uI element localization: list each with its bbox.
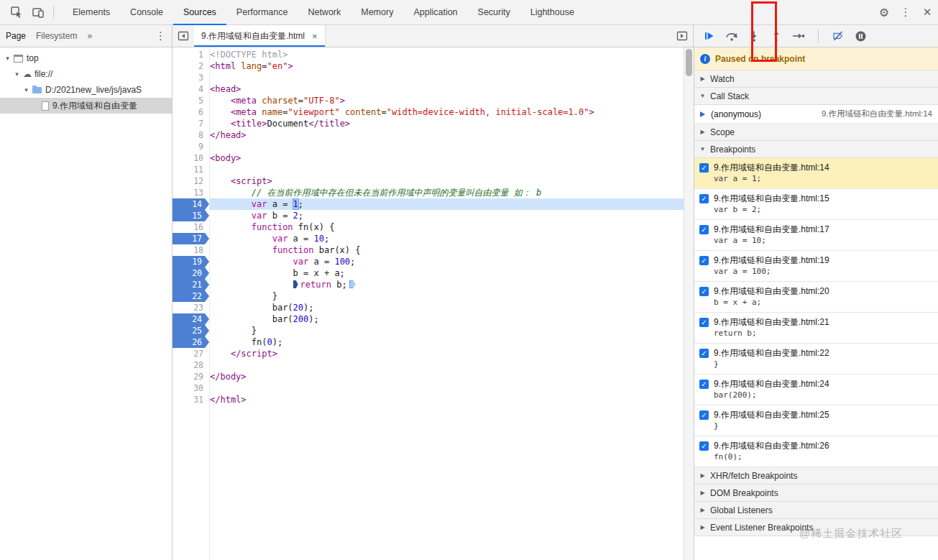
code-line-1[interactable]: <!DOCTYPE html> xyxy=(210,49,684,60)
expand-arrow-icon[interactable]: ▾ xyxy=(12,70,22,78)
line-number[interactable]: 11 xyxy=(173,164,209,175)
code-line-10[interactable]: <body> xyxy=(210,152,684,164)
breakpoint-gutter-marker[interactable]: 15 xyxy=(173,210,209,221)
code-line-28[interactable] xyxy=(210,359,684,371)
line-number[interactable]: 2 xyxy=(173,60,209,72)
breakpoint-gutter-marker[interactable]: 22 xyxy=(173,290,209,302)
breakpoint-checkbox[interactable]: ✓ xyxy=(699,318,709,327)
editor-scrollbar[interactable] xyxy=(684,47,694,560)
line-number[interactable]: 12 xyxy=(173,175,209,187)
code-line-9[interactable] xyxy=(210,141,684,152)
resume-button[interactable] xyxy=(702,29,717,43)
navigator-item[interactable]: ▾top xyxy=(0,50,172,66)
navigator-more-tabs-icon[interactable]: » xyxy=(87,31,92,41)
line-number[interactable]: 28 xyxy=(173,359,209,371)
breakpoint-entry[interactable]: ✓9.作用域链和自由变量.html:26fn(0); xyxy=(694,436,938,467)
breakpoint-entry[interactable]: ✓9.作用域链和自由变量.html:22} xyxy=(694,344,938,375)
close-devtools-icon[interactable]: ✕ xyxy=(916,2,938,22)
breakpoint-gutter-marker[interactable]: 17 xyxy=(173,233,209,244)
breakpoint-gutter-marker[interactable]: 14 xyxy=(173,198,209,210)
tab-security[interactable]: Security xyxy=(468,0,520,25)
line-number[interactable]: 29 xyxy=(173,371,209,382)
tab-performance[interactable]: Performance xyxy=(226,0,298,25)
code-line-4[interactable]: <head> xyxy=(210,83,684,95)
line-number[interactable]: 3 xyxy=(173,72,209,83)
pause-on-exceptions-button[interactable] xyxy=(853,29,868,43)
inline-breakpoint-candidate-icon[interactable] xyxy=(349,280,356,288)
code-line-18[interactable]: function bar(x) { xyxy=(210,244,684,256)
section-xhr-breakpoints[interactable]: ▶ XHR/fetch Breakpoints xyxy=(694,467,938,485)
section-watch[interactable]: ▶ Watch xyxy=(694,70,938,88)
code-line-11[interactable] xyxy=(210,164,684,175)
code-line-27[interactable]: </script> xyxy=(210,348,684,359)
breakpoint-entry[interactable]: ✓9.作用域链和自由变量.html:20b = x + a; xyxy=(694,282,938,313)
breakpoint-checkbox[interactable]: ✓ xyxy=(699,287,709,296)
breakpoint-checkbox[interactable]: ✓ xyxy=(699,441,709,451)
more-options-icon[interactable]: ⋮ xyxy=(895,2,916,22)
step-out-button[interactable] xyxy=(769,29,783,43)
breakpoint-gutter-marker[interactable]: 19 xyxy=(173,256,209,267)
editor-tab[interactable]: 9.作用域链和自由变量.html × xyxy=(194,25,326,47)
code-line-31[interactable]: </html> xyxy=(210,394,684,405)
line-number[interactable]: 1 xyxy=(173,49,209,60)
sidebar-toggle-icon[interactable] xyxy=(671,25,693,47)
breakpoint-entry[interactable]: ✓9.作用域链和自由变量.html:17var a = 10; xyxy=(694,220,938,251)
line-number[interactable]: 30 xyxy=(173,382,209,394)
code-line-21[interactable]: return b; xyxy=(210,279,684,290)
code-line-2[interactable]: <html lang="en"> xyxy=(210,60,684,72)
section-scope[interactable]: ▶ Scope xyxy=(694,124,938,141)
tab-console[interactable]: Console xyxy=(120,0,173,25)
navigator-tab-filesystem[interactable]: Filesystem xyxy=(36,31,77,41)
breakpoint-gutter-marker[interactable]: 26 xyxy=(173,336,209,348)
expand-arrow-icon[interactable]: ▾ xyxy=(3,55,12,62)
code-line-22[interactable]: } xyxy=(210,290,684,302)
tab-memory[interactable]: Memory xyxy=(351,0,403,25)
code-line-6[interactable]: <meta name="viewport" content="width=dev… xyxy=(210,106,684,118)
code-line-23[interactable]: bar(20); xyxy=(210,302,684,313)
inline-paused-marker-icon[interactable] xyxy=(293,280,298,288)
inspect-element-button[interactable] xyxy=(6,2,27,22)
step-over-button[interactable] xyxy=(725,29,739,43)
breakpoint-entry[interactable]: ✓9.作用域链和自由变量.html:19var a = 100; xyxy=(694,251,938,282)
breakpoint-checkbox[interactable]: ✓ xyxy=(699,163,709,173)
breakpoint-entry[interactable]: ✓9.作用域链和自由变量.html:24bar(200); xyxy=(694,375,938,405)
expand-arrow-icon[interactable]: ▾ xyxy=(22,86,31,93)
code-line-19[interactable]: var a = 100; xyxy=(210,256,684,267)
tab-sources[interactable]: Sources xyxy=(173,0,226,25)
line-number[interactable]: 31 xyxy=(173,394,209,405)
code-line-30[interactable] xyxy=(210,382,684,394)
device-toolbar-button[interactable] xyxy=(27,2,49,22)
code-line-16[interactable]: function fn(x) { xyxy=(210,221,684,233)
line-number[interactable]: 4 xyxy=(173,83,209,95)
tab-elements[interactable]: Elements xyxy=(63,0,120,25)
code-line-24[interactable]: bar(200); xyxy=(210,313,684,325)
breakpoint-entry[interactable]: ✓9.作用域链和自由变量.html:15var b = 2; xyxy=(694,189,938,220)
tab-lighthouse[interactable]: Lighthouse xyxy=(520,0,584,25)
breakpoint-entry[interactable]: ✓9.作用域链和自由变量.html:25} xyxy=(694,405,938,436)
code-line-13[interactable]: // 在当前作用域中存在但未在当前作用域中声明的变量叫自由变量 如： b xyxy=(210,187,684,198)
navigator-menu-icon[interactable]: ⋮ xyxy=(155,29,166,42)
step-into-button[interactable] xyxy=(747,29,761,43)
code-line-20[interactable]: b = x + a; xyxy=(210,267,684,279)
navigator-toggle-icon[interactable] xyxy=(173,25,194,47)
breakpoint-checkbox[interactable]: ✓ xyxy=(699,225,709,234)
code-line-7[interactable]: <title>Document</title> xyxy=(210,118,684,129)
line-number[interactable]: 23 xyxy=(173,302,209,313)
section-global-listeners[interactable]: ▶ Global Listeners xyxy=(694,502,938,519)
deactivate-breakpoints-button[interactable] xyxy=(831,29,845,43)
breakpoint-checkbox[interactable]: ✓ xyxy=(699,256,709,265)
tab-application[interactable]: Application xyxy=(403,0,467,25)
code-line-5[interactable]: <meta charset="UTF-8"> xyxy=(210,95,684,106)
line-number[interactable]: 9 xyxy=(173,141,209,152)
line-number[interactable]: 10 xyxy=(173,152,209,164)
navigator-item[interactable]: 9.作用域链和自由变量 xyxy=(0,98,172,114)
code-line-12[interactable]: <script> xyxy=(210,175,684,187)
section-dom-breakpoints[interactable]: ▶ DOM Breakpoints xyxy=(694,485,938,502)
breakpoint-gutter-marker[interactable]: 20 xyxy=(173,267,209,279)
line-number[interactable]: 18 xyxy=(173,244,209,256)
code-line-25[interactable]: } xyxy=(210,325,684,336)
breakpoint-entry[interactable]: ✓9.作用域链和自由变量.html:21return b; xyxy=(694,313,938,344)
breakpoint-checkbox[interactable]: ✓ xyxy=(699,349,709,358)
step-button[interactable] xyxy=(791,29,806,43)
code-line-15[interactable]: var b = 2; xyxy=(210,210,684,221)
